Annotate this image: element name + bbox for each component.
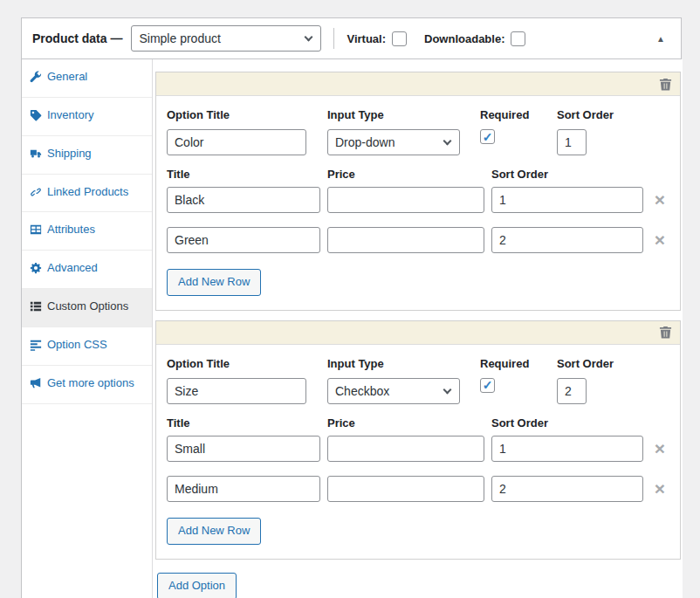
- row-price-input[interactable]: [327, 227, 484, 253]
- remove-row-icon[interactable]: ×: [650, 477, 669, 501]
- input-type-select-wrap: Drop-down: [327, 129, 460, 155]
- sidebar-item-shipping[interactable]: Shipping: [22, 136, 152, 175]
- required-checkbox[interactable]: ✓: [480, 378, 495, 393]
- option-title-label: Option Title: [167, 108, 327, 121]
- sidebar-item-general[interactable]: General: [22, 59, 152, 98]
- remove-row-icon[interactable]: ×: [650, 228, 669, 252]
- option-box-body: Option Title Input Type Checkbox: [156, 345, 680, 559]
- option-box-header: [156, 321, 680, 345]
- sidebar-item-advanced[interactable]: Advanced: [22, 251, 152, 289]
- virtual-field: Virtual:: [347, 31, 407, 46]
- row-sort-input[interactable]: [491, 227, 643, 253]
- remove-row-icon[interactable]: ×: [650, 188, 669, 212]
- row-sort-input[interactable]: [491, 436, 643, 462]
- row-title-label: Title: [167, 168, 320, 181]
- option-box: Option Title Input Type Checkbox: [155, 320, 681, 560]
- sidebar-item-label: General: [47, 70, 87, 83]
- add-new-row-button[interactable]: Add New Row: [167, 269, 261, 296]
- sidebar-item-linked-products[interactable]: Linked Products: [22, 175, 152, 213]
- rows-header: Title Price Sort Order: [167, 168, 669, 181]
- row-title-input[interactable]: [167, 227, 320, 253]
- sidebar-item-label: Linked Products: [47, 185, 128, 198]
- option-title-field: Option Title: [167, 357, 327, 404]
- sort-order-input[interactable]: [557, 129, 587, 155]
- sort-order-field: Sort Order: [557, 108, 614, 155]
- panel-title: Product data —: [32, 31, 122, 45]
- list-icon: [30, 339, 43, 355]
- sort-order-input[interactable]: [557, 378, 587, 404]
- row-price-label: Price: [327, 168, 484, 181]
- check-icon: ✓: [483, 131, 493, 143]
- row-title-input[interactable]: [167, 436, 320, 462]
- option-value-row: ×: [167, 436, 669, 462]
- row-title-input[interactable]: [167, 187, 320, 213]
- sidebar-item-get-more-options[interactable]: Get more options: [22, 366, 152, 404]
- option-title-input[interactable]: [167, 129, 306, 155]
- downloadable-label: Downloadable:: [424, 32, 504, 45]
- option-title-field: Option Title: [167, 108, 327, 155]
- tag-icon: [30, 109, 43, 126]
- required-checkbox[interactable]: ✓: [480, 129, 495, 144]
- option-title-input[interactable]: [167, 378, 306, 404]
- option-title-label: Option Title: [167, 357, 327, 370]
- input-type-field: Input Type Checkbox: [327, 357, 480, 404]
- product-data-tabs: General Inventory Shipping Linked Produc…: [22, 59, 153, 598]
- row-sort-input[interactable]: [491, 476, 643, 502]
- link-icon: [30, 186, 43, 203]
- required-field: Required ✓: [480, 108, 557, 155]
- option-box: Option Title Input Type Drop-down: [155, 72, 681, 311]
- product-data-metabox: Product data — Simple product Virtual: D…: [21, 17, 682, 598]
- option-fields-row: Option Title Input Type Drop-down: [167, 108, 669, 155]
- downloadable-checkbox[interactable]: [511, 31, 525, 46]
- remove-row-icon[interactable]: ×: [650, 436, 669, 461]
- custom-options-panel: Option Title Input Type Drop-down: [153, 59, 683, 598]
- product-type-select[interactable]: Simple product: [131, 25, 321, 52]
- virtual-checkbox[interactable]: [392, 31, 407, 46]
- grid-icon: [30, 300, 43, 317]
- add-option-button[interactable]: Add Option: [157, 573, 237, 598]
- row-sort-input[interactable]: [491, 187, 643, 213]
- sidebar-item-label: Inventory: [47, 108, 93, 121]
- input-type-field: Input Type Drop-down: [327, 108, 480, 155]
- option-value-row: ×: [167, 476, 669, 502]
- option-fields-row: Option Title Input Type Checkbox: [167, 357, 669, 404]
- option-box-body: Option Title Input Type Drop-down: [156, 96, 680, 310]
- sidebar-item-inventory[interactable]: Inventory: [22, 98, 152, 136]
- megaphone-icon: [30, 377, 43, 394]
- delete-option-icon[interactable]: [659, 78, 672, 91]
- sidebar-item-label: Option CSS: [47, 338, 107, 351]
- required-label: Required: [480, 108, 557, 121]
- gear-icon: [30, 262, 43, 278]
- row-price-label: Price: [327, 416, 484, 430]
- sidebar-item-option-css[interactable]: Option CSS: [22, 327, 152, 366]
- delete-option-icon[interactable]: [659, 326, 672, 339]
- row-title-label: Title: [167, 416, 320, 430]
- input-type-select[interactable]: Drop-down: [327, 129, 460, 155]
- sort-order-field: Sort Order: [557, 357, 614, 404]
- input-type-label: Input Type: [327, 108, 480, 121]
- sidebar-item-label: Custom Options: [47, 299, 128, 313]
- sidebar-item-attributes[interactable]: Attributes: [22, 212, 152, 251]
- wrench-icon: [30, 71, 43, 87]
- row-title-input[interactable]: [167, 476, 320, 502]
- add-new-row-button[interactable]: Add New Row: [167, 518, 261, 545]
- input-type-label: Input Type: [327, 357, 480, 370]
- row-price-input[interactable]: [327, 436, 484, 462]
- row-price-input[interactable]: [327, 476, 484, 502]
- input-type-select-wrap: Checkbox: [327, 378, 460, 404]
- downloadable-field: Downloadable:: [424, 31, 525, 46]
- input-type-select[interactable]: Checkbox: [327, 378, 460, 404]
- collapse-panel-icon[interactable]: ▲: [651, 31, 670, 47]
- sidebar-item-label: Shipping: [47, 147, 92, 160]
- metabox-header: Product data — Simple product Virtual: D…: [22, 18, 681, 59]
- metabox-body: General Inventory Shipping Linked Produc…: [22, 59, 681, 598]
- sort-order-label: Sort Order: [557, 108, 614, 121]
- required-field: Required ✓: [480, 357, 557, 404]
- required-label: Required: [480, 357, 557, 370]
- virtual-label: Virtual:: [347, 32, 386, 45]
- sidebar-item-label: Advanced: [47, 261, 98, 274]
- option-value-row: ×: [167, 187, 669, 213]
- sidebar-item-custom-options[interactable]: Custom Options: [22, 289, 152, 327]
- row-price-input[interactable]: [327, 187, 484, 213]
- option-box-header: [156, 72, 680, 96]
